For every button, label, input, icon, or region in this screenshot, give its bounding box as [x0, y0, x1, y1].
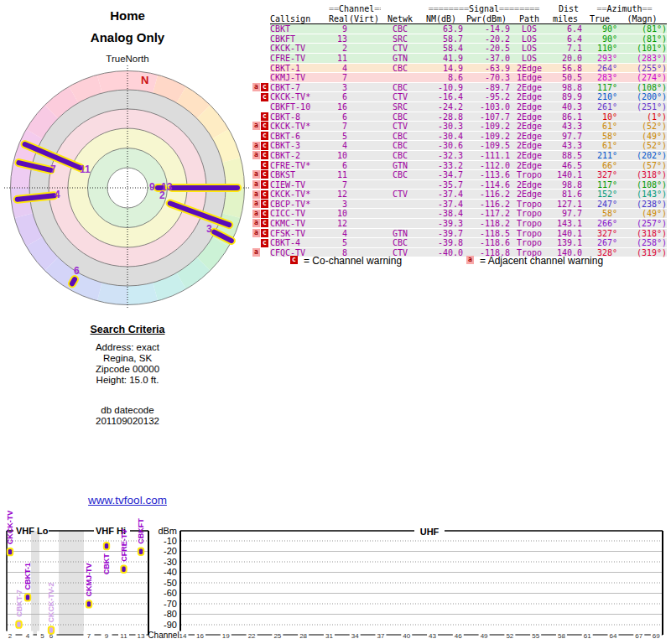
cell-nm: -30.6 [419, 141, 463, 151]
co-channel-warning-badge: c [261, 151, 268, 159]
table-row: CBKT9CBC63.9-14.9LOS6.490°(81°) [270, 24, 667, 34]
cell-callsign: CBKT-8 [270, 112, 329, 122]
cell-virt [347, 73, 381, 83]
table-row: CFRE-TV*6GTN-33.2-112.02Edge46.566°(57°) [270, 161, 667, 171]
cell-true: 152° [582, 190, 617, 200]
cell-real: 6 [329, 92, 347, 102]
cell-nm: -16.4 [419, 92, 463, 102]
cell-nm: -33.2 [419, 161, 463, 171]
cell-magn: (81°) [617, 24, 667, 34]
cell-virt [347, 102, 381, 112]
table-row: CBKT-65CBC-30.4-109.22Edge97.758°(49°) [270, 132, 667, 142]
cell-miles: 139.1 [549, 238, 582, 248]
cell-true: 10° [582, 112, 617, 122]
cell-nm: -24.2 [419, 102, 463, 112]
cell-magn: (274°) [617, 73, 667, 83]
cell-virt [347, 132, 381, 142]
adjacent-channel-warning-badge: a [252, 83, 260, 91]
cell-nm: -39.3 [419, 219, 463, 229]
cell-netwk [381, 219, 419, 229]
cell-callsign: CBKT-2 [270, 151, 329, 161]
cell-virt [347, 200, 381, 210]
cell-virt [347, 161, 381, 171]
cell-virt [347, 141, 381, 151]
spacer [270, 4, 329, 14]
criteria-line: Zipcode 00000 [0, 364, 255, 375]
channel-tick-label: 5 [40, 632, 44, 640]
cell-netwk: CTV [381, 92, 419, 102]
channel-tick-label: 58 [558, 632, 565, 640]
radar-bar-channel-label: 11 [80, 164, 91, 175]
cell-magn: (283°) [617, 54, 667, 64]
cell-pwr: -116.2 [463, 190, 510, 200]
cell-true: 327° [582, 229, 617, 239]
radar-bar-channel-label: 6 [74, 265, 80, 277]
cell-pwr: -14.9 [463, 24, 510, 34]
co-channel-warning-badge: c [261, 142, 268, 150]
cell-real: 4 [329, 229, 347, 239]
cell-magn: (202°) [617, 151, 667, 161]
cell-pwr: -114.6 [463, 180, 510, 190]
cell-pwr: -63.9 [463, 64, 510, 74]
cell-path: Tropo [510, 229, 549, 239]
cell-real: 10 [329, 209, 347, 219]
cell-magn: (57°) [617, 161, 667, 171]
cell-path: 2Edge [510, 102, 549, 112]
cell-callsign: CBKT-4 [270, 238, 329, 248]
channel-tick-label: 16 [196, 632, 204, 640]
cell-miles: 97.7 [549, 209, 582, 219]
cell-netwk: CTV [381, 122, 419, 132]
channel-tick-label: 9 [105, 632, 109, 640]
y-tick-label: -40 [164, 567, 177, 577]
cell-path: 2Edge [510, 64, 549, 74]
co-channel-warning-badge: c [261, 210, 268, 218]
cell-nm: -38.4 [419, 209, 463, 219]
cell-miles: 6.4 [549, 24, 582, 34]
cell-magn: (49°) [617, 209, 667, 219]
vhf-lo-band-label: VHF Lo [16, 526, 49, 536]
cell-path: 2Edge [510, 112, 549, 122]
table-row: CKCK-TV*6CTV-16.4-95.22Edge89.9210°(200°… [270, 92, 667, 102]
cell-miles: 140.1 [549, 170, 582, 180]
cell-real: 11 [329, 54, 347, 64]
cell-true: 264° [582, 64, 617, 74]
channel-tick-label: 69 [653, 632, 660, 640]
co-channel-warning-badge: c [261, 229, 268, 237]
cell-netwk: CBC [381, 238, 419, 248]
spectrum-callsign-label: CBKFT [137, 518, 145, 544]
cell-real: 5 [329, 238, 347, 248]
cell-virt [347, 180, 381, 190]
spectrum-callsign-label: CBKT-1 [23, 563, 32, 590]
cell-true: 293° [582, 54, 617, 64]
cell-true: 261° [582, 102, 617, 112]
cell-miles: 50.5 [549, 73, 582, 83]
cell-callsign: CBKFT [270, 34, 329, 44]
cell-netwk: GTN [381, 229, 419, 239]
station-table: ==Channel== ========Signal======== Dist … [270, 4, 667, 257]
y-tick-label: -10 [164, 536, 177, 546]
cell-path: LOS [510, 54, 549, 64]
cell-magn: (81°) [617, 34, 667, 44]
cell-real: 9 [329, 24, 347, 34]
channel-tick-label: 25 [273, 632, 281, 640]
cell-magn: (49°) [617, 132, 667, 142]
criteria-line: 201109020132 [0, 416, 255, 427]
table-row: CKCK-TV*7CTV-30.3-109.22Edge43.361°(52°) [270, 122, 667, 132]
channel-tick-label: 49 [481, 632, 488, 640]
channel-tick-label: 7 [87, 632, 91, 640]
cell-pwr: -20.2 [463, 34, 510, 44]
cell-path: 2Edge [510, 92, 549, 102]
table-row: CBKT-86CBC-28.8-107.72Edge86.110°(1°) [270, 112, 667, 122]
channel-tick-label: 13 [138, 632, 145, 640]
table-row: CIEW-TV7-35.7-114.62Edge98.8117°(108°) [270, 180, 667, 190]
cell-magn: (52°) [617, 141, 667, 151]
cell-miles: 140.1 [549, 229, 582, 239]
cell-real: 7 [329, 122, 347, 132]
cell-path: Tropo [510, 238, 549, 248]
table-row: CBKST11CBC-34.7-113.6Tropo140.1327°(318°… [270, 170, 667, 180]
adjacent-channel-warning-badge: a [252, 142, 260, 150]
cell-pwr: -103.0 [463, 102, 510, 112]
co-channel-warning-badge: c [261, 170, 268, 179]
cell-netwk: CTV [381, 190, 419, 200]
y-tick-label: -20 [164, 546, 177, 556]
